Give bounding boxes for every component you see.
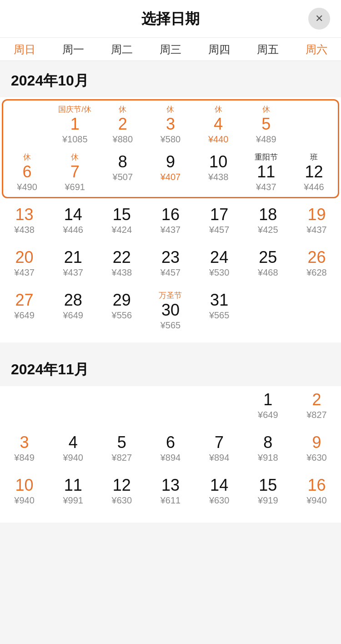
day-number: 6 (23, 163, 32, 181)
day-cell-1-1-0[interactable]: 3¥849 (0, 431, 49, 471)
day-cell-1-2-0[interactable]: 10¥940 (0, 473, 49, 513)
day-cell-0-3-6[interactable]: 26¥628 (292, 246, 341, 286)
day-cell-0-0-3[interactable]: 休3¥580 (146, 102, 194, 147)
day-cell-1-0-3 (146, 388, 195, 428)
holiday-label: 休 (71, 153, 79, 162)
day-number: 23 (161, 248, 180, 267)
day-price: ¥611 (160, 495, 181, 506)
day-cell-1-2-3[interactable]: 13¥611 (146, 473, 195, 513)
weekday-wed: 周三 (146, 42, 195, 57)
day-cell-0-2-5[interactable]: 18¥425 (244, 203, 292, 243)
day-number: 9 (166, 153, 175, 171)
day-price: ¥649 (63, 310, 83, 321)
day-cell-0-4-0[interactable]: 27¥649 (0, 288, 49, 333)
day-price: ¥630 (112, 495, 132, 506)
day-cell-1-0-6[interactable]: 2¥827 (292, 388, 341, 428)
day-price: ¥490 (17, 182, 37, 192)
month-section-1: 2024年11月1¥6492¥8273¥8494¥9405¥8276¥8947¥… (0, 350, 341, 523)
day-cell-0-1-1[interactable]: 休7¥691 (51, 150, 99, 195)
day-price: ¥457 (209, 225, 230, 235)
day-cell-0-4-2[interactable]: 29¥556 (97, 288, 146, 333)
day-cell-0-2-2[interactable]: 15¥424 (97, 203, 146, 243)
close-button[interactable]: ✕ (308, 8, 330, 30)
day-cell-0-3-1[interactable]: 21¥437 (49, 246, 97, 286)
day-cell-0-0-2[interactable]: 休2¥880 (99, 102, 146, 147)
day-price: ¥446 (304, 182, 324, 192)
day-number: 15 (259, 476, 277, 494)
day-number: 31 (210, 291, 228, 309)
day-price: ¥940 (63, 453, 83, 463)
day-cell-0-4-3[interactable]: 万圣节30¥565 (146, 288, 195, 333)
holiday-label: 重阳节 (255, 153, 278, 162)
day-cell-0-0-4[interactable]: 休4¥440 (195, 102, 242, 147)
day-cell-1-1-3[interactable]: 6¥894 (146, 431, 195, 471)
day-cell-1-1-4[interactable]: 7¥894 (195, 431, 244, 471)
day-cell-1-2-4[interactable]: 14¥630 (195, 473, 244, 513)
day-cell-0-3-3[interactable]: 23¥457 (146, 246, 195, 286)
day-cell-1-1-1[interactable]: 4¥940 (49, 431, 97, 471)
day-number: 12 (305, 163, 323, 181)
day-cell-0-4-1[interactable]: 28¥649 (49, 288, 97, 333)
day-cell-0-2-3[interactable]: 16¥437 (146, 203, 195, 243)
day-price: ¥565 (160, 320, 181, 331)
day-number: 27 (15, 291, 34, 309)
day-price: ¥991 (63, 495, 83, 506)
day-cell-0-0-1[interactable]: 国庆节/休1¥1085 (51, 102, 99, 147)
day-cell-1-1-5[interactable]: 8¥918 (244, 431, 292, 471)
day-number: 16 (161, 206, 180, 224)
day-price: ¥437 (306, 225, 327, 235)
day-cell-0-2-0[interactable]: 13¥438 (0, 203, 49, 243)
holiday-label: 休 (262, 105, 270, 114)
day-price: ¥507 (113, 172, 133, 182)
day-cell-1-2-1[interactable]: 11¥991 (49, 473, 97, 513)
day-price: ¥424 (112, 225, 132, 235)
day-cell-1-0-5[interactable]: 1¥649 (244, 388, 292, 428)
day-cell-1-0-4 (195, 388, 244, 428)
day-number: 13 (15, 206, 34, 224)
day-price: ¥438 (112, 267, 132, 278)
day-cell-1-0-0 (0, 388, 49, 428)
day-cell-1-1-2[interactable]: 5¥827 (97, 431, 146, 471)
weekday-sat: 周六 (292, 42, 341, 57)
day-number: 17 (210, 206, 228, 224)
day-price: ¥630 (209, 495, 230, 506)
day-cell-0-1-0[interactable]: 休6¥490 (3, 150, 51, 195)
day-cell-0-1-2[interactable]: 8¥507 (99, 150, 146, 195)
day-cell-1-2-2[interactable]: 12¥630 (97, 473, 146, 513)
day-number: 7 (70, 163, 80, 181)
day-cell-1-1-6[interactable]: 9¥630 (292, 431, 341, 471)
weekday-header: 周日 周一 周二 周三 周四 周五 周六 (0, 38, 341, 61)
week-row-0-3: 20¥43721¥43722¥43823¥45724¥53025¥46826¥6… (0, 245, 341, 287)
day-cell-0-2-1[interactable]: 14¥446 (49, 203, 97, 243)
day-number: 11 (257, 163, 275, 181)
day-price: ¥437 (14, 267, 35, 278)
day-cell-0-3-0[interactable]: 20¥437 (0, 246, 49, 286)
holiday-label: 休 (166, 105, 174, 114)
day-number: 25 (259, 248, 277, 267)
day-cell-0-2-6[interactable]: 19¥437 (292, 203, 341, 243)
day-cell-0-3-5[interactable]: 25¥468 (244, 246, 292, 286)
day-cell-1-2-5[interactable]: 15¥919 (244, 473, 292, 513)
modal-title: 选择日期 (141, 9, 200, 29)
day-cell-0-4-4[interactable]: 31¥565 (195, 288, 244, 333)
day-cell-0-2-4[interactable]: 17¥457 (195, 203, 244, 243)
day-cell-0-0-5[interactable]: 休5¥489 (242, 102, 290, 147)
close-icon: ✕ (315, 13, 323, 25)
holiday-label: 休 (23, 153, 31, 162)
day-cell-0-1-5[interactable]: 重阳节11¥437 (242, 150, 290, 195)
day-cell-0-1-6[interactable]: 班12¥446 (290, 150, 338, 195)
day-number: 26 (307, 248, 326, 267)
day-price: ¥827 (112, 453, 132, 463)
day-price: ¥940 (14, 495, 35, 506)
day-cell-0-3-2[interactable]: 22¥438 (97, 246, 146, 286)
holiday-label: 万圣节 (159, 291, 182, 300)
day-cell-0-1-4[interactable]: 10¥438 (195, 150, 242, 195)
day-cell-0-1-3[interactable]: 9¥407 (146, 150, 194, 195)
day-number: 30 (161, 301, 180, 319)
day-number: 7 (215, 433, 224, 452)
holiday-label: 班 (310, 153, 318, 162)
month-section-0: 2024年10月国庆节/休1¥1085休2¥880休3¥580休4¥440休5¥… (0, 61, 341, 342)
day-cell-1-2-6[interactable]: 16¥940 (292, 473, 341, 513)
day-cell-0-3-4[interactable]: 24¥530 (195, 246, 244, 286)
day-price: ¥468 (258, 267, 278, 278)
